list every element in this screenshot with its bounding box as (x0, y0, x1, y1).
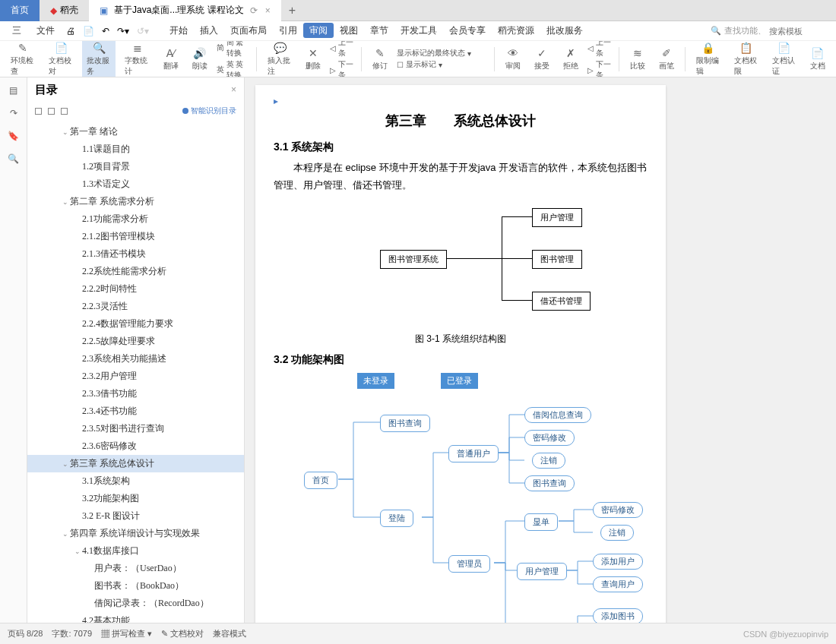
tool-perm[interactable]: 📋文档权限 (730, 41, 763, 77)
tree-item[interactable]: 用户表：（UserDao） (27, 560, 244, 577)
menu-3[interactable]: 引用 (273, 23, 303, 38)
tree-item[interactable]: ⌄第二章 系统需求分析 (27, 193, 244, 210)
outline-close-icon[interactable]: × (231, 84, 236, 95)
tree-item[interactable]: 图书表：（BookDao） (27, 577, 244, 595)
tree-item[interactable]: 2.2.2时间特性 (27, 280, 244, 298)
tool-read[interactable]: 🔊朗读 (188, 45, 212, 73)
tree-item[interactable]: 2.3.5对图书进行查询 (27, 420, 244, 437)
outline-btn2[interactable] (48, 108, 55, 115)
tool-convert[interactable]: 简简 繁转换英英 英转换 (217, 41, 251, 77)
search-box[interactable]: 🔍 查找功能、 (711, 25, 830, 36)
tree-item[interactable]: 2.3.3借书功能 (27, 385, 244, 402)
tool-comment[interactable]: 💬插入批注 (263, 41, 296, 77)
tool-proof[interactable]: 📄文档校对 (44, 41, 78, 77)
search-input[interactable] (769, 27, 830, 36)
menu-6[interactable]: 章节 (364, 23, 394, 38)
status-spell[interactable]: ▦ 拼写检查 ▾ (101, 628, 152, 639)
tree-item[interactable]: 3.2功能架构图 (27, 490, 244, 507)
tool-delete[interactable]: ✕删除 (301, 45, 325, 73)
menu-icon-3[interactable]: ↶ (100, 26, 112, 36)
tool-wordcount[interactable]: ≣字数统计 (120, 41, 154, 77)
tree-item[interactable]: ⌄第三章 系统总体设计 (27, 455, 244, 472)
tool-nav1[interactable]: ◁上一条▷下一条 (330, 41, 355, 77)
tree-item[interactable]: 1.3术语定义 (27, 175, 244, 193)
tab-home[interactable]: 首页 (0, 0, 40, 21)
tab-close-icon[interactable]: × (265, 5, 271, 16)
tree-item[interactable]: 1.2项目背景 (27, 158, 244, 175)
tree-item[interactable]: 3.2 E-R 图设计 (27, 507, 244, 525)
tree-item[interactable]: 2.2.5故障处理要求 (27, 333, 244, 350)
tree-item[interactable]: ⌄第四章 系统详细设计与实现效果 (27, 525, 244, 542)
menu-4[interactable]: 审阅 (303, 23, 334, 38)
status-words: 字数: 7079 (52, 628, 92, 639)
menu-file[interactable]: 文件 (30, 22, 61, 39)
menu-2[interactable]: 页面布局 (224, 23, 273, 38)
tab-second[interactable]: ◆稻壳 (40, 0, 89, 21)
tree-item[interactable]: 4.2基本功能 (27, 612, 244, 623)
tab-active-label2: 基于Java桌面...理系统 课程论文 (114, 4, 244, 17)
status-page: 页码 8/28 (8, 628, 43, 639)
menu-0[interactable]: 开始 (163, 23, 194, 38)
tree-item[interactable]: 1.1课题目的 (27, 140, 244, 158)
tool-correct[interactable]: 🔍批改服务 (82, 41, 116, 77)
outline-btn3[interactable] (61, 108, 68, 115)
caption-3-1: 图 3-1 系统组织结构图 (274, 333, 648, 346)
outline-smart[interactable]: 智能识别目录 (182, 106, 236, 116)
tool-display[interactable]: 显示标记的最终状态▾☐显示标记▾ (397, 48, 488, 70)
org-n3: 借还书管理 (532, 292, 591, 311)
tab-active[interactable]: ▣基于Java桌面...理系统 课程论文⟳× (89, 0, 281, 21)
status-proof[interactable]: ✎ 文档校对 (161, 628, 204, 639)
menu-icon-5[interactable]: ↺▾ (135, 26, 151, 36)
menu-7[interactable]: 开发工具 (394, 23, 443, 38)
tree-item[interactable]: 2.3系统相关功能描述 (27, 350, 244, 368)
menu-10[interactable]: 批改服务 (540, 23, 589, 38)
org-n1: 用户管理 (532, 208, 582, 227)
section-3-2: 3.2 功能架构图 (274, 353, 648, 367)
tree-item[interactable]: 3.1系统架构 (27, 472, 244, 490)
tree-item[interactable]: 2.3.4还书功能 (27, 402, 244, 420)
main: ▤ ↷ 🔖 🔍 目录 × 智能识别目录 ⌄第一章 绪论1.1课题目的1.2项目背… (0, 77, 836, 623)
tree-item[interactable]: 2.1.2图书管理模块 (27, 228, 244, 245)
tool-nav2[interactable]: ◁上一条▷下一条 (587, 41, 613, 77)
tree-item[interactable]: 2.2.3灵活性 (27, 298, 244, 315)
tool-pen[interactable]: ✐画笔 (654, 45, 679, 73)
tree-item[interactable]: 2.3.6密码修改 (27, 437, 244, 455)
tool-envcheck[interactable]: ✎环境检查 (6, 41, 40, 77)
new-tab-button[interactable]: + (281, 4, 303, 17)
document-area[interactable]: ▸ 第三章 系统总体设计 3.1 系统架构 本程序是在 eclipse 环境中开… (245, 77, 836, 623)
outline-btn1[interactable] (35, 108, 42, 115)
tool-compare[interactable]: ≋比较 (625, 45, 650, 73)
rail-search-icon[interactable]: 🔍 (7, 152, 21, 166)
menu-1[interactable]: 插入 (194, 23, 224, 38)
tool-reject[interactable]: ✗拒绝 (559, 45, 583, 73)
tree-item[interactable]: 2.1功能需求分析 (27, 210, 244, 228)
menu-icon-1[interactable]: 🖨 (64, 26, 78, 36)
tree-item[interactable]: ⌄4.1数据库接口 (27, 542, 244, 560)
outline-tree: ⌄第一章 绪论1.1课题目的1.2项目背景1.3术语定义⌄第二章 系统需求分析2… (27, 120, 244, 623)
menu-5[interactable]: 视图 (334, 23, 364, 38)
tool-translate[interactable]: A⁄翻译 (159, 45, 183, 73)
tool-track[interactable]: ✎修订 (368, 45, 392, 73)
menu-8[interactable]: 会员专享 (443, 23, 492, 38)
tree-item[interactable]: ⌄第一章 绪论 (27, 123, 244, 140)
tree-item[interactable]: 2.2.4数据管理能力要求 (27, 315, 244, 333)
rail-pin-icon[interactable]: ↷ (7, 106, 21, 120)
rail-outline-icon[interactable]: ▤ (7, 84, 21, 97)
tool-review[interactable]: 👁审阅 (501, 45, 525, 73)
menu-icon-4[interactable]: ↷▾ (115, 26, 131, 36)
tool-accept[interactable]: ✓接受 (530, 45, 554, 73)
tree-item[interactable]: 2.2系统性能需求分析 (27, 263, 244, 280)
menu-icon-2[interactable]: 📄 (81, 26, 97, 36)
status-compat[interactable]: 兼容模式 (213, 628, 246, 639)
tool-cert[interactable]: 📄文档认证 (768, 41, 801, 77)
tree-item[interactable]: 2.1.3借还书模块 (27, 245, 244, 263)
menu-hamburger-icon[interactable]: 三 (6, 22, 27, 39)
menu-9[interactable]: 稻壳资源 (492, 23, 540, 38)
flowchart: 未登录 已登录 首页 图书查询 登陆 管理员 普通用户 借阅信息查询 密码修改 … (274, 373, 648, 623)
tool-restrict[interactable]: 🔒限制编辑 (692, 41, 725, 77)
tree-item[interactable]: 2.3.2用户管理 (27, 368, 244, 385)
tree-item[interactable]: 借阅记录表：（RecordDao） (27, 595, 244, 612)
tool-doc[interactable]: 📄文档 (806, 45, 830, 73)
rail-bookmark-icon[interactable]: 🔖 (7, 129, 21, 143)
watermark: CSDN @biyezuopinvip (743, 630, 828, 639)
